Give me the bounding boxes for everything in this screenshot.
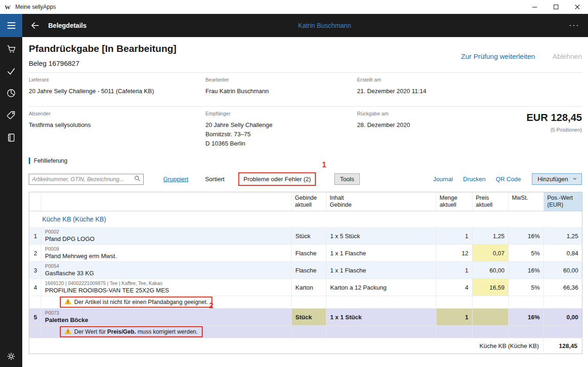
preis-cell[interactable] [473, 309, 509, 326]
col-header-description [41, 192, 292, 211]
pos-wert-cell: 0,84 [544, 245, 582, 262]
gear-icon[interactable] [6, 351, 16, 361]
table-row[interactable]: 1 P0002 Pfand DPG LOGO Stück 1 x 5 Stück… [29, 228, 582, 245]
hamburger-menu-icon[interactable] [0, 14, 22, 37]
document-header: Pfandrückgabe [In Bearbeitung] Beleg 167… [29, 37, 582, 67]
menge-cell[interactable]: 1 [436, 309, 473, 326]
col-header-pos-wert: Pos.-Wert(EUR) [544, 192, 582, 211]
table-row-selected[interactable]: 5 P0073 Paletten Böcke Stück 1 x 1 Stück… [29, 309, 582, 326]
pos-wert-cell: 66,36 [544, 279, 582, 296]
gebinde-cell: Karton [292, 279, 326, 296]
annotation-marker-1: 1 [322, 161, 326, 169]
table-row[interactable]: 3 P0054 Gasflasche 33 KG Flasche 1 x 1 F… [29, 262, 582, 279]
row-number: 1 [29, 228, 41, 245]
reject-button[interactable]: Ablehnen [553, 52, 582, 60]
table-row[interactable]: 4 1669120 | 04002221009875 | Tee | Kaffe… [29, 279, 582, 296]
preis-cell[interactable]: 1,25 [473, 228, 509, 245]
gruppiert-toggle[interactable]: Gruppiert [163, 176, 188, 183]
pos-wert-cell: 60,00 [544, 262, 582, 279]
gebinde-cell: Flasche [292, 245, 326, 262]
pos-wert-cell: 0,00 [544, 309, 582, 326]
row-number: 2 [29, 245, 41, 262]
menge-cell[interactable]: 1 [436, 262, 473, 279]
col-header-mwst: MwSt. [509, 192, 544, 211]
col-header-preis: Preisaktuell [473, 192, 509, 211]
hinzufuegen-label: Hinzufügen [537, 176, 568, 183]
chevron-down-icon [572, 176, 577, 183]
search-icon[interactable] [134, 175, 141, 184]
absender-value: Testfirma sellysolutions [29, 120, 205, 130]
article-code: P0054 [45, 263, 288, 269]
article-name: PROFILINE ROOIBOS-VAN TEE 25X2G MES [45, 287, 288, 294]
inhalt-cell: 1 x 5 Stück [326, 228, 436, 245]
current-user[interactable]: Katrin Buschmann [298, 22, 351, 29]
warning-row: Der Wert für Preis/Geb. muss korrigiert … [29, 326, 582, 338]
page-header-title: Belegdetails [48, 22, 86, 29]
inhalt-cell: 1 x 1 Flasche [326, 245, 436, 262]
preis-cell[interactable]: 16,59 [473, 279, 509, 296]
main-content: Pfandrückgabe [In Bearbeitung] Beleg 167… [22, 37, 588, 367]
article-name: Pfand DPG LOGO [45, 235, 288, 243]
mwst-cell: 16% [509, 262, 544, 279]
sortiert-toggle[interactable]: Sortiert [205, 176, 224, 183]
lieferant-value: 20 Jahre Selly Challenge - 5011 (Cafeter… [29, 87, 205, 96]
journal-link[interactable]: Journal [433, 176, 453, 183]
more-options-icon[interactable]: ··· [569, 23, 580, 28]
gebinde-cell[interactable]: Flasche [292, 262, 326, 279]
article-code: P0002 [45, 229, 288, 235]
row-number: 5 [29, 309, 41, 326]
preis-cell[interactable]: 0,07 [473, 245, 509, 262]
warning-row: Der Artikel ist nicht für einen Pfandabg… [29, 296, 582, 309]
minimize-icon[interactable] [524, 0, 545, 14]
absender-label: Absender [29, 111, 205, 116]
empfaenger-line: Bornitzstr. 73–75 [205, 130, 357, 139]
app-header: Belegdetails Katrin Buschmann ··· [0, 14, 588, 37]
back-arrow-icon[interactable] [29, 19, 42, 32]
book-icon[interactable] [6, 133, 16, 143]
preis-cell[interactable]: 60,00 [473, 262, 509, 279]
warning-icon [64, 298, 71, 306]
forward-for-review-button[interactable]: Zur Prüfung weiterleiten [461, 52, 535, 60]
app-icon: W [4, 3, 12, 11]
titlebar: W Meine sellyApps [0, 0, 588, 14]
hinzufuegen-button[interactable]: Hinzufügen [532, 173, 582, 185]
article-cell: P0002 Pfand DPG LOGO [41, 228, 292, 245]
maximize-icon[interactable] [545, 0, 567, 14]
mwst-cell: 16% [509, 309, 544, 326]
check-icon[interactable] [6, 66, 16, 76]
article-cell: P0009 Pfand Mehrweg erm Mwst. [41, 245, 292, 262]
warning-message: Der Wert für Preis/Geb. muss korrigiert … [60, 326, 203, 337]
article-name: Paletten Böcke [45, 316, 288, 324]
article-cell: P0073 Paletten Böcke [41, 309, 292, 326]
empfaenger-line: D 10365 Berlin [205, 139, 357, 148]
annotation-marker-2: 2 [209, 302, 213, 310]
table-row[interactable]: 2 P0009 Pfand Mehrweg erm Mwst. Flasche … [29, 245, 582, 262]
qr-code-link[interactable]: QR Code [496, 176, 521, 183]
gebinde-cell[interactable]: Stück [292, 228, 326, 245]
empfaenger-label: Empfänger [205, 111, 357, 116]
row-number: 3 [29, 262, 41, 279]
menge-cell: 12 [436, 245, 473, 262]
mwst-cell: 16% [509, 228, 544, 245]
col-header-menge: Mengeaktuell [436, 192, 473, 211]
probleme-oder-fehler-filter[interactable]: Probleme oder Fehler (2) 1 [238, 172, 316, 186]
positions-count: (5 Positionen) [473, 127, 582, 133]
menge-cell[interactable]: 1 [436, 228, 473, 245]
probleme-label: Probleme oder Fehler (2) [243, 176, 311, 183]
search-input[interactable] [32, 176, 134, 183]
tools-button[interactable]: Tools [334, 173, 359, 185]
window-controls [524, 0, 588, 14]
cart-icon[interactable] [6, 44, 16, 54]
warning-icon [64, 328, 71, 335]
close-icon[interactable] [567, 0, 588, 14]
warning-message: Der Artikel ist nicht für einen Pfandabg… [60, 297, 212, 308]
price-tag-icon[interactable] [6, 110, 16, 120]
group-label: Küche KB (Küche KB) [29, 211, 582, 228]
document-info-row-2: Absender Testfirma sellysolutions Empfän… [29, 107, 582, 150]
inhalt-cell: 1 x 1 Stück [326, 309, 436, 326]
gebinde-cell[interactable]: Stück [292, 309, 326, 326]
pie-chart-icon[interactable] [6, 88, 16, 98]
table-header-row: Gebindeaktuell InhaltGebinde Mengeaktuel… [29, 192, 582, 211]
article-code: P0009 [45, 246, 288, 252]
drucken-link[interactable]: Drucken [463, 176, 486, 183]
